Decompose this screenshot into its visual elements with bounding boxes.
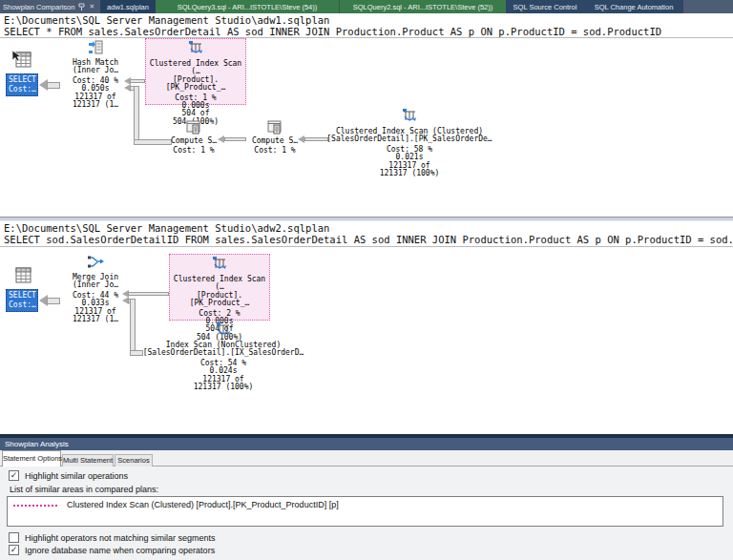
similar-areas-listbox[interactable]: Clustered Index Scan (Clustered) [Produc… (7, 496, 723, 527)
merge-join-icon (87, 254, 104, 271)
plan1-compute-scalar-1-node[interactable]: Compute S… Cost: 1 % (162, 119, 225, 156)
plan2-query-text: SELECT sod.SalesOrderDetailID FROM sales… (4, 234, 733, 245)
list-item-text: Clustered Index Scan (Clustered) [Produc… (67, 500, 339, 509)
row-arrow (298, 135, 304, 143)
select-result-icon (11, 265, 32, 286)
similarity-dotted-line-icon (13, 505, 57, 507)
tab-sql-change-automation[interactable]: SQL Change Automation (584, 0, 683, 13)
separator (0, 246, 733, 247)
elbow-arrow (134, 86, 139, 145)
tab-label: SQLQuery2.sql - ARI...ISTOTLE\Steve (52)… (353, 3, 493, 11)
document-tab-bar: Showplan Comparison ✕ adw1.sqlplan SQLQu… (0, 0, 733, 13)
plan2-salesorderdetail-indexscan-node[interactable]: Index Scan (NonClustered) [SalesOrderDet… (139, 321, 307, 391)
compute-scalar-icon (267, 119, 283, 135)
clustered-index-scan-icon (187, 40, 204, 57)
plan1-hash-match-node[interactable]: Hash Match (Inner Jo… Cost: 40 % 0.050s … (52, 39, 139, 109)
tab-scenarios[interactable]: Scenarios (115, 454, 153, 467)
row-arrow (128, 292, 169, 296)
compute-scalar-icon (186, 119, 201, 135)
close-icon[interactable]: ✕ (89, 0, 94, 13)
list-item[interactable]: Clustered Index Scan (Clustered) [Produc… (8, 499, 723, 511)
ignore-database-name-label: Ignore database name when comparing oper… (25, 546, 215, 555)
select-node-label: SELECT Cost:… (6, 73, 38, 96)
plan2-file-path: E:\Documents\SQL Server Management Studi… (4, 222, 329, 234)
pin-icon[interactable] (78, 3, 85, 11)
plan2-select-node[interactable]: SELECT Cost:… (2, 265, 42, 312)
hash-match-icon (87, 39, 104, 56)
showplan-analysis-title: Showplan Analysis (0, 438, 733, 450)
tab-sqlquery3[interactable]: SQLQuery3.sql - ARI...ISTOTLE\Steve (54)… (156, 0, 339, 13)
select-node-label: SELECT Cost:… (6, 289, 38, 312)
plan1-product-scan-node[interactable]: Clustered Index Scan (… [Product].[PK_Pr… (145, 38, 246, 105)
plan1-file-path: E:\Documents\SQL Server Management Studi… (4, 14, 329, 26)
section-divider[interactable] (0, 217, 733, 221)
ssms-showplan-comparison-window: Showplan Comparison ✕ adw1.sqlplan SQLQu… (0, 0, 733, 560)
highlight-not-matching-checkbox[interactable] (9, 532, 19, 543)
plan1-select-node[interactable]: SELECT Cost:… (2, 50, 42, 96)
plan2-product-scan-node[interactable]: Clustered Index Scan (… [Product].[PK_Pr… (169, 254, 270, 321)
plan2-merge-join-node[interactable]: Merge Join (Inner Jo… Cost: 44 % 0.033s … (52, 254, 139, 323)
row-arrow (218, 135, 224, 143)
tab-statement-options[interactable]: Statement Options (2, 450, 61, 467)
tab-adw1-sqlplan[interactable]: adw1.sqlplan (100, 0, 156, 13)
highlight-not-matching-label: Highlight operators not matching similar… (25, 533, 216, 543)
tab-label: adw1.sqlplan (107, 3, 149, 11)
plan1-query-text: SELECT * FROM sales.SalesOrderDetail AS … (4, 26, 661, 37)
select-result-icon (11, 50, 32, 71)
highlight-similar-label: Highlight similar operations (25, 471, 128, 481)
tab-label: Showplan Comparison (3, 3, 74, 11)
elbow-arrow (130, 299, 136, 356)
row-arrow (130, 79, 145, 83)
tab-label: SQLQuery3.sql - ARI...ISTOTLE\Steve (54)… (178, 3, 318, 11)
plan1-salesorderdetail-scan-node[interactable]: Clustered Index Scan (Clustered) [SalesO… (324, 108, 495, 177)
highlight-similar-checkbox[interactable] (9, 470, 19, 481)
separator (0, 37, 733, 38)
tab-multi-statement[interactable]: Multi Statement (62, 454, 114, 467)
ignore-database-name-checkbox[interactable] (9, 545, 19, 555)
clustered-index-scan-icon (401, 108, 418, 125)
tab-label: SQL Change Automation (595, 3, 674, 11)
index-scan-icon (215, 321, 232, 339)
similar-areas-list-label: List of similar areas in compared plans: (10, 485, 158, 494)
tab-label: SQL Source Control (513, 3, 577, 11)
tab-sql-source-control[interactable]: SQL Source Control (506, 0, 584, 13)
clustered-index-scan-icon (211, 256, 228, 273)
tab-sqlquery2[interactable]: SQLQuery2.sql - ARI...ISTOTLE\Steve (52)… (339, 0, 506, 13)
tab-showplan-comparison[interactable]: Showplan Comparison ✕ (0, 0, 100, 13)
